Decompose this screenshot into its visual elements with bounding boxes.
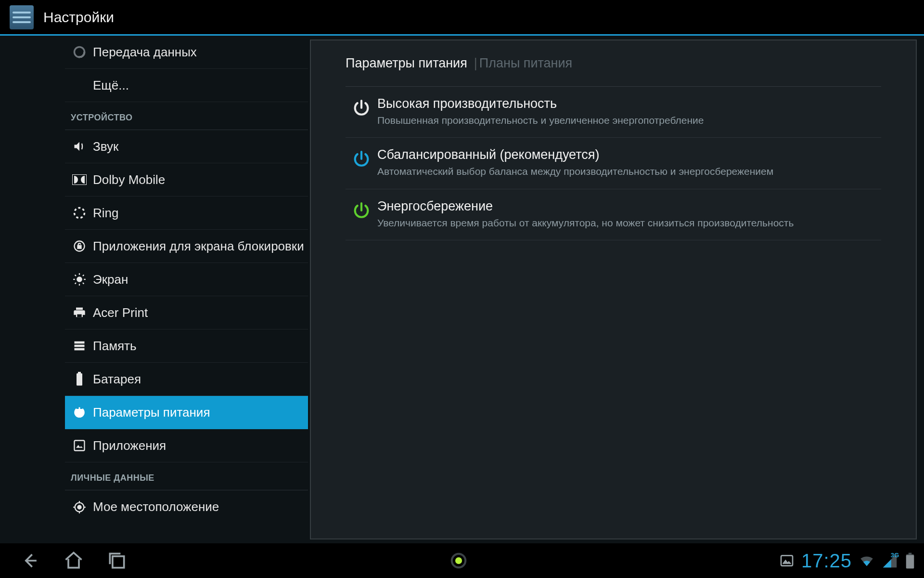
status-area[interactable]: 17:25 3G (779, 550, 915, 572)
location-icon (69, 500, 90, 514)
sidebar-item-label: Звук (90, 139, 118, 154)
svg-point-30 (455, 557, 462, 564)
tab-separator: | (472, 56, 479, 71)
option-title: Сбалансированный (рекомендуется) (377, 147, 881, 162)
printer-icon (69, 306, 90, 319)
sidebar-item-label: Параметры питания (90, 405, 210, 420)
sidebar-header-device: УСТРОЙСТВО (65, 102, 308, 130)
svg-point-6 (77, 276, 82, 282)
tab-power-plans[interactable]: Планы питания (479, 56, 577, 71)
sidebar-item-label: Приложения для экрана блокировки (90, 239, 304, 254)
sidebar-item-lockapps[interactable]: Приложения для экрана блокировки (65, 230, 308, 263)
svg-rect-15 (77, 315, 81, 317)
detail-panel: Параметры питания | Планы питания Высока… (310, 39, 917, 539)
sidebar-item-label: Передача данных (90, 45, 197, 60)
svg-rect-34 (909, 553, 912, 554)
lock-apps-icon (69, 239, 90, 253)
sidebar-item-acer-print[interactable]: Acer Print (65, 296, 308, 329)
action-bar: Настройки (0, 0, 924, 36)
sidebar-item-label: Батарея (90, 372, 141, 387)
app-title: Настройки (43, 9, 114, 26)
power-icon (346, 96, 377, 118)
sidebar-item-power[interactable]: Параметры питания (65, 396, 308, 429)
svg-rect-5 (78, 246, 81, 249)
recents-button[interactable] (95, 550, 139, 571)
sidebar-item-apps[interactable]: Приложения (65, 429, 308, 462)
sidebar-item-label: Приложения (90, 438, 166, 453)
sidebar-item-location[interactable]: Мое местоположение (65, 490, 308, 524)
tab-power-params[interactable]: Параметры питания (346, 56, 472, 71)
detail-tabs: Параметры питания | Планы питания (346, 40, 881, 87)
sidebar-item-data-usage[interactable]: Передача данных (65, 36, 308, 69)
battery-status-icon (905, 552, 915, 569)
svg-line-12 (83, 283, 84, 284)
svg-rect-20 (78, 372, 81, 373)
wifi-icon (859, 552, 875, 569)
svg-rect-21 (75, 441, 85, 451)
storage-icon (69, 339, 90, 353)
svg-rect-19 (77, 373, 82, 386)
settings-app-icon (10, 5, 34, 29)
sidebar-item-more[interactable]: Ещё... (65, 69, 308, 102)
svg-line-13 (75, 283, 76, 284)
sidebar-item-label: Dolby Mobile (90, 172, 165, 187)
back-button[interactable] (9, 550, 52, 571)
signal-icon: 3G (882, 552, 898, 569)
ring-indicator-icon (450, 552, 467, 569)
home-button[interactable] (52, 550, 95, 571)
option-desc: Повышенная производительность и увеличен… (377, 114, 881, 127)
power-option-high[interactable]: Высокая производительность Повышенная пр… (346, 87, 881, 138)
network-label: 3G (891, 552, 899, 559)
power-icon (346, 199, 377, 220)
option-title: Высокая производительность (377, 96, 881, 111)
sidebar-item-storage[interactable]: Память (65, 329, 308, 363)
sidebar-item-label: Acer Print (90, 305, 148, 320)
data-usage-icon (69, 45, 90, 59)
svg-line-11 (75, 275, 76, 276)
battery-icon (69, 372, 90, 386)
power-option-saver[interactable]: Энергосбережение Увеличивается время раб… (346, 189, 881, 240)
clock: 17:25 (801, 550, 852, 572)
power-icon (346, 147, 377, 169)
svg-rect-18 (75, 348, 85, 351)
picture-icon (779, 553, 795, 568)
sidebar-item-label: Экран (90, 272, 128, 287)
svg-rect-31 (781, 555, 793, 565)
system-bar: 17:25 3G (0, 543, 924, 578)
settings-sidebar: Передача данных Ещё... УСТРОЙСТВО Звук D… (0, 36, 308, 543)
sidebar-item-label: Ещё... (90, 78, 129, 93)
sidebar-item-label: Ring (90, 206, 118, 221)
sidebar-item-sound[interactable]: Звук (65, 130, 308, 163)
apps-icon (69, 439, 90, 452)
svg-rect-16 (75, 342, 85, 344)
sidebar-item-display[interactable]: Экран (65, 263, 308, 296)
display-icon (69, 273, 90, 286)
sidebar-item-battery[interactable]: Батарея (65, 363, 308, 396)
sidebar-item-ring[interactable]: Ring (65, 197, 308, 230)
option-desc: Автоматический выбор баланса между произ… (377, 165, 881, 178)
svg-rect-28 (113, 556, 124, 568)
svg-point-22 (78, 505, 81, 509)
svg-rect-17 (75, 345, 85, 347)
ring-icon (69, 206, 90, 220)
svg-line-14 (83, 275, 84, 276)
sidebar-item-dolby[interactable]: Dolby Mobile (65, 163, 308, 197)
sidebar-item-label: Мое местоположение (90, 499, 219, 514)
power-option-balanced[interactable]: Сбалансированный (рекомендуется) Автомат… (346, 138, 881, 189)
sidebar-item-label: Память (90, 339, 137, 354)
option-title: Энергосбережение (377, 199, 881, 214)
svg-point-3 (75, 208, 85, 218)
dolby-icon (69, 174, 90, 185)
sidebar-header-personal: ЛИЧНЫЕ ДАННЫЕ (65, 462, 308, 490)
svg-point-1 (75, 47, 85, 57)
option-desc: Увеличивается время работы от аккумулято… (377, 217, 881, 229)
sound-icon (69, 140, 90, 153)
power-icon (69, 406, 90, 419)
svg-rect-33 (906, 555, 914, 569)
